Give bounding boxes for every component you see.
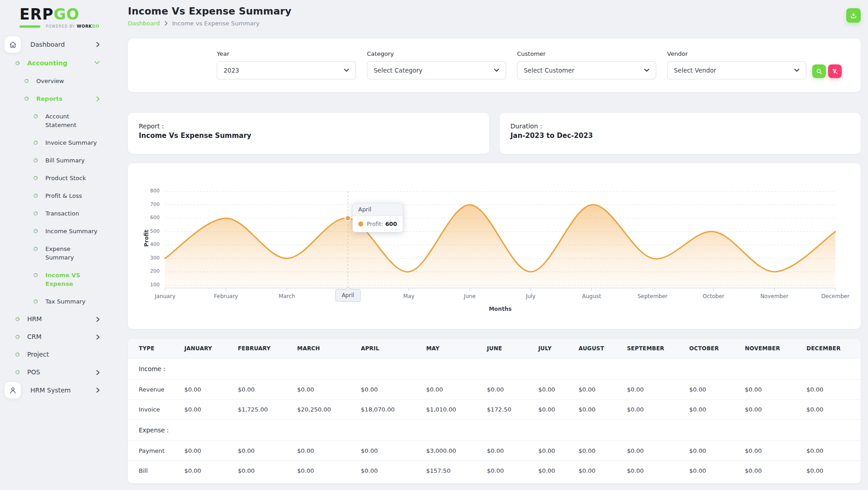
sidebar-item-accounting[interactable]: Accounting [0,54,127,72]
category-label: Category [367,50,506,57]
amount-cell: $0.00 [297,461,361,481]
amount-cell: $0.00 [689,400,745,420]
y-axis-tick-label: 300 [141,255,160,261]
category-selected-value: Select Category [374,67,423,74]
sidebar-item-reports[interactable]: Reports [0,90,127,108]
category-select[interactable]: Select Category [367,61,506,79]
sidebar-item-product-stock[interactable]: Product Stock [0,169,127,187]
bullet-icon [34,114,38,118]
sidebar-item-hrm[interactable]: HRM [0,310,127,328]
y-axis-tick-label: 700 [141,201,160,207]
chevron-down-icon [794,69,800,72]
nav-item-label: Project [27,350,49,359]
x-axis-label: January [155,293,176,299]
vendor-select[interactable]: Select Vendor [667,61,806,79]
customer-label: Customer [517,50,656,57]
sidebar-item-income-summary[interactable]: Income Summary [0,222,127,240]
amount-cell: $0.00 [745,400,807,420]
logo-tagline: Powered By WORKDO [46,24,99,29]
category-field: CategorySelect Category [367,50,506,80]
amount-cell: $18,070.00 [361,400,426,420]
page-title: Income Vs Expense Summary [128,5,292,17]
customer-select[interactable]: Select Customer [517,61,656,79]
amount-cell: $0.00 [184,461,238,481]
summary-cards-row: Report : Income Vs Expense Summary Durat… [128,113,861,154]
table-header-row: TYPEJANUARYFEBRUARYMARCHAPRILMAYJUNEJULY… [128,339,861,358]
download-button[interactable] [846,8,861,23]
sidebar-item-income-vs-expense[interactable]: Income VS Expense [0,266,127,293]
section-title: Expense : [128,420,861,441]
amount-cell: $20,250.00 [297,400,361,420]
amount-cell: $0.00 [806,441,861,461]
sidebar-item-expense-summary[interactable]: Expense Summary [0,240,127,266]
chevron-right-icon [96,334,100,340]
sidebar-item-invoice-summary[interactable]: Invoice Summary [0,134,127,152]
amount-cell: $0.00 [806,400,861,420]
amount-cell: $0.00 [184,441,238,461]
x-axis-title: Months [489,306,512,312]
sidebar-item-dashboard[interactable]: Dashboard [0,35,127,54]
row-type-cell: Invoice [128,400,184,420]
chart-svg[interactable] [141,177,840,291]
year-selected-value: 2023 [224,67,239,74]
amount-cell: $0.00 [579,380,627,400]
chevron-right-icon [96,387,100,393]
x-axis-label: June [464,293,476,299]
logo-text: ERPGO [20,6,127,23]
amount-cell: $0.00 [538,400,579,420]
bullet-icon [15,61,20,65]
amount-cell: $0.00 [487,380,538,400]
bullet-icon [15,317,20,321]
nav-item-label: Product Stock [45,174,86,182]
y-axis-tick-label: 600 [141,215,160,220]
sidebar-item-bill-summary[interactable]: Bill Summary [0,152,127,169]
year-select[interactable]: 2023 [217,61,356,79]
app-root: ERPGO Powered By WORKDO DashboardAccount… [0,0,868,490]
report-value: Income Vs Expense Summary [139,132,478,140]
amount-cell: $0.00 [689,441,745,461]
sidebar-item-overview[interactable]: Overview [0,72,127,90]
amount-cell: $0.00 [184,380,238,400]
amount-cell: $0.00 [627,461,689,481]
report-label: Report : [139,122,478,130]
amount-cell: $0.00 [806,380,861,400]
filter-off-icon [832,68,839,75]
search-button[interactable] [812,64,826,78]
sidebar-item-hrm-system[interactable]: HRM System [0,381,127,399]
profit-area-chart[interactable]: 100200300400500600700800JanuaryFebruaryM… [141,177,840,313]
amount-cell: $0.00 [361,461,426,481]
nav-item-label: Expense Summary [45,245,99,262]
x-axis-label: September [638,293,668,299]
sidebar-item-project[interactable]: Project [0,346,127,363]
bullet-icon [34,211,38,216]
amount-cell: $0.00 [627,441,689,461]
sidebar-item-pos[interactable]: POS [0,363,127,381]
table-row-invoice: Invoice$0.00$1,725.00$20,250.00$18,070.0… [128,400,861,420]
amount-cell: $0.00 [627,380,689,400]
duration-label: Duration : [511,122,850,130]
amount-cell: $0.00 [487,441,538,461]
year-label: Year [217,50,356,57]
y-axis-tick-label: 200 [141,268,160,274]
sidebar-item-crm[interactable]: CRM [0,328,127,346]
april-data-point[interactable] [345,216,351,221]
customer-field: CustomerSelect Customer [517,50,656,80]
sidebar-item-account-statement[interactable]: Account Statement [0,108,127,134]
amount-cell: $157.50 [426,461,487,481]
amount-cell: $0.00 [579,400,627,420]
breadcrumb-dashboard-link[interactable]: Dashboard [128,20,160,27]
table-row-revenue: Revenue$0.00$0.00$0.00$0.00$0.00$0.00$0.… [128,380,861,400]
sidebar-item-tax-summary[interactable]: Tax Summary [0,293,127,310]
sidebar-item-profit-loss[interactable]: Profit & Loss [0,187,127,205]
tooltip-value: 600 [385,220,397,227]
year-field: Year2023 [217,50,356,80]
clear-filter-button[interactable] [828,64,842,78]
filter-actions [812,50,842,80]
y-axis-tick-label: 800 [141,188,160,194]
app-logo[interactable]: ERPGO Powered By WORKDO [0,6,127,29]
sidebar-item-transaction[interactable]: Transaction [0,205,127,222]
chevron-down-icon [94,61,100,64]
vendor-selected-value: Select Vendor [674,67,716,74]
profit-series-dot-icon [358,221,363,226]
tooltip-series-label: Profit: [367,221,383,227]
